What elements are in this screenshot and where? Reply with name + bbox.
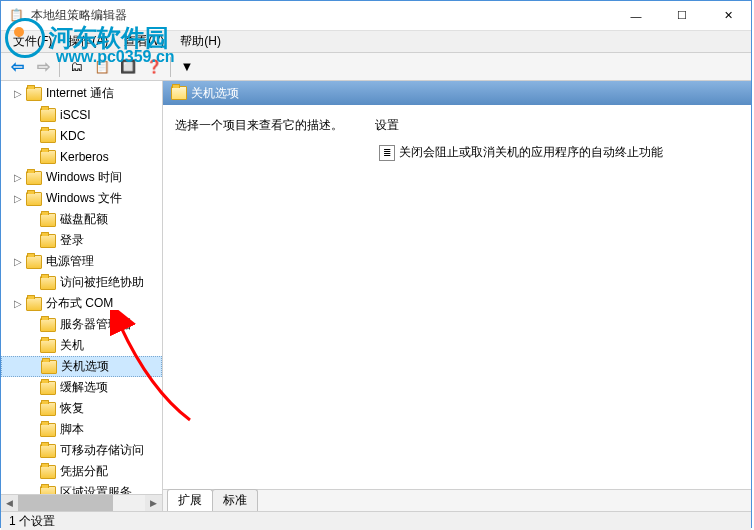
tree-item-11[interactable]: 服务器管理器 [1,314,162,335]
tree-item-label: 脚本 [60,421,84,438]
expand-spacer [25,108,38,121]
status-text: 1 个设置 [9,513,55,530]
expand-spacer [25,465,38,478]
setting-policy-icon: ≣ [379,145,395,161]
tree-item-4[interactable]: ▷Windows 时间 [1,167,162,188]
toolbar: ⇦ ⇨ 🗂 📋 🔲 ❓ ▼ [1,53,751,81]
folder-icon [40,276,56,290]
tree-item-16[interactable]: 脚本 [1,419,162,440]
folder-icon [40,339,56,353]
tree-item-8[interactable]: ▷电源管理 [1,251,162,272]
tree-item-label: 服务器管理器 [60,316,132,333]
main-window: 📋 本地组策略编辑器 — ☐ ✕ 文件(F) 操作(A) 查看(V) 帮助(H)… [0,0,752,528]
folder-icon [40,402,56,416]
tab-standard[interactable]: 标准 [212,489,258,511]
expand-icon[interactable]: ▷ [11,192,24,205]
properties-button[interactable]: 📋 [90,55,114,79]
folder-icon [40,381,56,395]
folder-icon [171,86,187,100]
scroll-thumb[interactable] [18,495,113,511]
statusbar: 1 个设置 [1,511,751,530]
tab-extended[interactable]: 扩展 [167,489,213,511]
close-button[interactable]: ✕ [705,1,751,31]
nav-forward-button[interactable]: ⇨ [31,55,55,79]
folder-icon [40,444,56,458]
filter-button[interactable]: ▼ [175,55,199,79]
expand-icon[interactable]: ▷ [11,87,24,100]
folder-icon [40,150,56,164]
expand-spacer [25,213,38,226]
titlebar[interactable]: 📋 本地组策略编辑器 — ☐ ✕ [1,1,751,31]
folder-icon [40,129,56,143]
expand-spacer [25,234,38,247]
expand-icon[interactable]: ▷ [11,255,24,268]
tree-item-label: 关机选项 [61,358,109,375]
tree-item-6[interactable]: 磁盘配额 [1,209,162,230]
scroll-track[interactable] [18,495,145,511]
settings-column: 设置 ≣关闭会阻止或取消关机的应用程序的自动终止功能 [371,113,743,481]
menu-action[interactable]: 操作(A) [60,31,116,52]
expand-spacer [25,276,38,289]
tree-item-label: 恢复 [60,400,84,417]
help-icon: ❓ [146,59,162,74]
tree-item-5[interactable]: ▷Windows 文件 [1,188,162,209]
tree-item-1[interactable]: iSCSI [1,104,162,125]
tree-item-label: Internet 通信 [46,85,114,102]
menu-file[interactable]: 文件(F) [5,31,60,52]
folder-icon [40,318,56,332]
content-area: ▷Internet 通信iSCSIKDCKerberos▷Windows 时间▷… [1,81,751,511]
show-hide-tree-button[interactable]: 🗂 [64,55,88,79]
setting-item-0[interactable]: ≣关闭会阻止或取消关机的应用程序的自动终止功能 [375,142,739,163]
arrow-left-icon: ⇦ [11,57,24,76]
tree-item-label: 缓解选项 [60,379,108,396]
minimize-button[interactable]: — [613,1,659,31]
properties-icon: 📋 [94,59,110,74]
folder-icon [26,171,42,185]
maximize-button[interactable]: ☐ [659,1,705,31]
detail-header: 关机选项 [163,81,751,105]
expand-spacer [25,129,38,142]
nav-back-button[interactable]: ⇦ [5,55,29,79]
tree-item-label: Windows 文件 [46,190,122,207]
expand-spacer [25,381,38,394]
scroll-left-button[interactable]: ◀ [1,495,18,511]
expand-spacer [25,150,38,163]
toolbar-separator [170,57,171,77]
tree-item-17[interactable]: 可移动存储访问 [1,440,162,461]
help-button[interactable]: ❓ [142,55,166,79]
tree-item-label: 电源管理 [46,253,94,270]
tree-item-13[interactable]: 关机选项 [1,356,162,377]
folder-icon [26,255,42,269]
export-icon: 🔲 [120,59,136,74]
export-button[interactable]: 🔲 [116,55,140,79]
scroll-right-button[interactable]: ▶ [145,495,162,511]
tree-item-12[interactable]: 关机 [1,335,162,356]
expand-icon[interactable]: ▷ [11,297,24,310]
menu-view[interactable]: 查看(V) [116,31,172,52]
tree-item-2[interactable]: KDC [1,125,162,146]
folder-icon [41,360,57,374]
tree-item-15[interactable]: 恢复 [1,398,162,419]
tree-item-9[interactable]: 访问被拒绝协助 [1,272,162,293]
tree-item-14[interactable]: 缓解选项 [1,377,162,398]
tree-item-label: 登录 [60,232,84,249]
tree-item-0[interactable]: ▷Internet 通信 [1,83,162,104]
folder-icon [40,234,56,248]
folder-icon [26,87,42,101]
tree-item-label: 分布式 COM [46,295,113,312]
tree-item-label: Windows 时间 [46,169,122,186]
expand-spacer [25,318,38,331]
tree-item-3[interactable]: Kerberos [1,146,162,167]
folder-icon [40,213,56,227]
expand-icon[interactable]: ▷ [11,171,24,184]
tree-item-10[interactable]: ▷分布式 COM [1,293,162,314]
setting-item-label: 关闭会阻止或取消关机的应用程序的自动终止功能 [399,144,663,161]
menubar: 文件(F) 操作(A) 查看(V) 帮助(H) [1,31,751,53]
tree-item-label: 磁盘配额 [60,211,108,228]
expand-spacer [25,402,38,415]
tree-item-18[interactable]: 凭据分配 [1,461,162,482]
tree-item-7[interactable]: 登录 [1,230,162,251]
horizontal-scrollbar[interactable]: ◀ ▶ [1,494,162,511]
tree-list: ▷Internet 通信iSCSIKDCKerberos▷Windows 时间▷… [1,81,162,505]
menu-help[interactable]: 帮助(H) [172,31,229,52]
